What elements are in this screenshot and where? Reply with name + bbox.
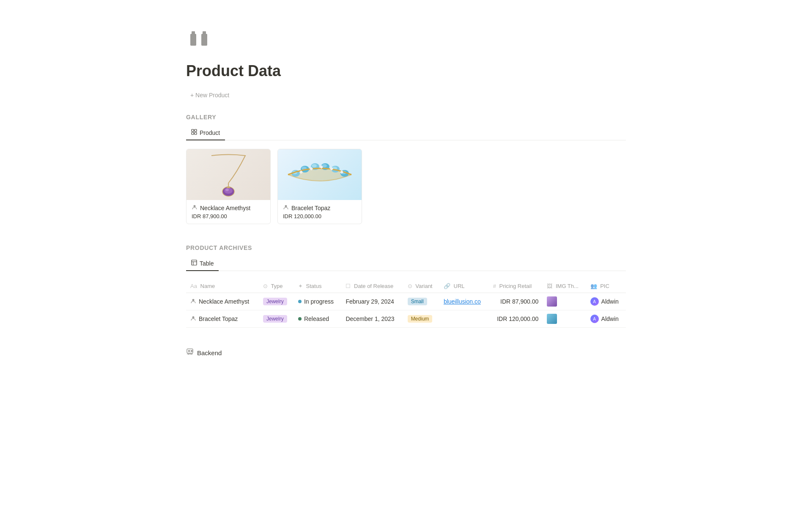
row1-img [543, 293, 586, 310]
archives-tab-bar: Table [186, 256, 626, 271]
svg-point-14 [194, 205, 196, 207]
row1-type: Jewelry [259, 293, 294, 310]
row2-type: Jewelry [259, 310, 294, 328]
col-img: 🖼 IMG Th... [543, 280, 586, 293]
backend-label: Backend [197, 349, 222, 356]
row1-url: blueillusion.co [439, 293, 489, 310]
bracelet-topaz-price: IDR 120,000.00 [283, 213, 357, 219]
row1-pic: A Aldwin [586, 293, 626, 310]
svg-point-32 [285, 205, 287, 207]
necklace-amethyst-image [187, 149, 270, 200]
row2-url [439, 310, 489, 328]
archives-section-title: Product Archives [186, 244, 626, 251]
row2-img-thumb [547, 314, 557, 324]
row2-name: Bracelet Topaz [186, 310, 259, 328]
archives-tab-table[interactable]: Table [186, 256, 219, 271]
row2-pic: A Aldwin [586, 310, 626, 328]
row1-variant: Small [403, 293, 439, 310]
person-icon-2 [283, 204, 289, 211]
table-row[interactable]: Bracelet Topaz Jewelry Released December… [186, 310, 626, 328]
svg-point-36 [192, 299, 195, 301]
gallery-section: Gallery Product [186, 114, 626, 224]
svg-rect-33 [192, 260, 197, 265]
necklace-amethyst-body: Necklace Amethyst IDR 87,900.00 [187, 200, 270, 224]
svg-point-20 [312, 164, 317, 167]
row1-pricing: IDR 87,900.00 [489, 293, 543, 310]
person-icon [192, 204, 198, 211]
row1-name-icon [190, 298, 196, 305]
svg-rect-2 [201, 34, 207, 46]
table-header-row: Aa Name ⊙ Type ✦ Status ☐ Date of Releas… [186, 280, 626, 293]
col-variant: ⊙ Variant [403, 280, 439, 293]
col-name: Aa Name [186, 280, 259, 293]
svg-rect-40 [191, 350, 192, 352]
col-url: 🔗 URL [439, 280, 489, 293]
svg-rect-7 [195, 132, 197, 134]
col-pricing: # Pricing Retail [489, 280, 543, 293]
row2-status-dot [298, 317, 302, 321]
gallery-card-necklace-amethyst[interactable]: Necklace Amethyst IDR 87,900.00 [186, 149, 271, 224]
svg-rect-1 [192, 31, 195, 35]
svg-point-37 [192, 316, 195, 318]
row2-img [543, 310, 586, 328]
svg-rect-13 [227, 186, 230, 188]
svg-rect-39 [188, 350, 190, 352]
svg-point-10 [224, 188, 233, 194]
row2-date: December 1, 2023 [341, 310, 403, 328]
col-date: ☐ Date of Release [341, 280, 403, 293]
archives-tab-table-label: Table [200, 260, 214, 267]
bracelet-topaz-image [278, 149, 362, 200]
row2-pricing: IDR 120,000.00 [489, 310, 543, 328]
col-pic: 👥 PIC [586, 280, 626, 293]
col-status: ✦ Status [294, 280, 342, 293]
row1-date: February 29, 2024 [341, 293, 403, 310]
gallery-grid: Necklace Amethyst IDR 87,900.00 [186, 149, 626, 224]
gallery-tab-product-label: Product [200, 129, 220, 136]
col-type: ⊙ Type [259, 280, 294, 293]
gallery-tab-product[interactable]: Product [186, 126, 225, 140]
backend-icon [186, 348, 194, 358]
new-product-button[interactable]: + New Product [186, 90, 233, 100]
page-icon [186, 25, 626, 55]
necklace-amethyst-name: Necklace Amethyst [192, 204, 265, 211]
gallery-card-bracelet-topaz[interactable]: Bracelet Topaz IDR 120,000.00 [277, 149, 362, 224]
row1-name: Necklace Amethyst [186, 293, 259, 310]
row1-status: In progress [294, 293, 342, 310]
gallery-tab-bar: Product [186, 126, 626, 140]
bracelet-topaz-body: Bracelet Topaz IDR 120,000.00 [278, 200, 362, 224]
bracelet-topaz-name: Bracelet Topaz [283, 204, 357, 211]
svg-rect-0 [190, 34, 196, 46]
row2-status: Released [294, 310, 342, 328]
row1-avatar: A [590, 297, 599, 306]
table-icon [191, 129, 197, 136]
svg-rect-5 [195, 129, 197, 132]
archives-section: Product Archives Table Aa Name [186, 244, 626, 328]
page-title: Product Data [186, 62, 626, 80]
gallery-section-title: Gallery [186, 114, 626, 121]
row2-variant: Medium [403, 310, 439, 328]
row1-status-dot [298, 300, 302, 303]
svg-rect-6 [192, 132, 194, 134]
svg-rect-4 [192, 129, 194, 132]
row2-avatar: A [590, 315, 599, 323]
archives-table: Aa Name ⊙ Type ✦ Status ☐ Date of Releas… [186, 280, 626, 328]
svg-point-11 [225, 189, 229, 191]
necklace-amethyst-price: IDR 87,900.00 [192, 213, 265, 219]
row1-img-thumb [547, 296, 557, 307]
svg-rect-3 [203, 31, 206, 35]
table-row[interactable]: Necklace Amethyst Jewelry In progress Fe… [186, 293, 626, 310]
table-icon-2 [191, 260, 197, 267]
row2-name-icon [190, 315, 196, 323]
backend-section[interactable]: Backend [186, 348, 626, 358]
